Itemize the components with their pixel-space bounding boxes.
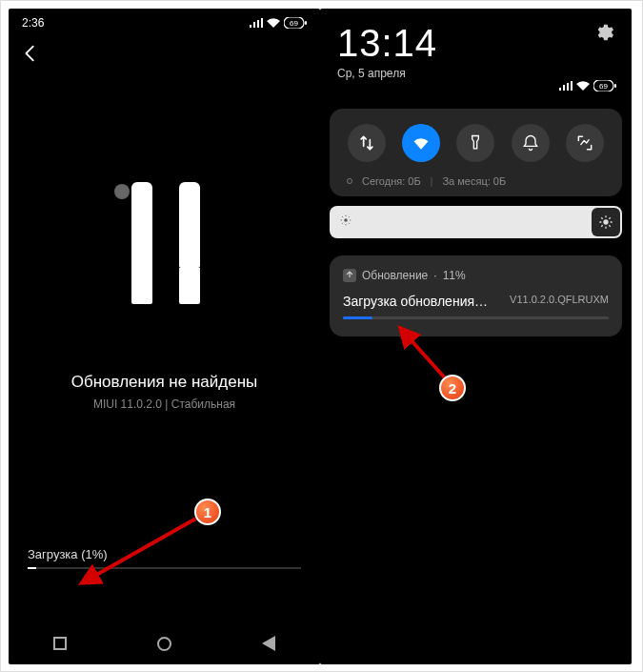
qs-wifi-icon[interactable]	[402, 124, 440, 162]
data-month: За месяц: 0Б	[442, 175, 506, 187]
shade-clock: 13:14	[337, 22, 437, 65]
qs-data-usage: Сегодня: 0Б | За месяц: 0Б	[339, 175, 613, 187]
brightness-slider[interactable]	[330, 206, 622, 238]
data-dot-icon	[347, 178, 352, 184]
settings-icon[interactable]	[593, 22, 614, 47]
svg-rect-1	[305, 21, 307, 25]
notif-version: V11.0.2.0.QFLRUXM	[510, 294, 609, 305]
nav-home-icon[interactable]	[157, 637, 171, 651]
svg-text:69: 69	[599, 82, 608, 91]
qs-screenshot-icon[interactable]	[566, 124, 604, 162]
svg-point-6	[344, 218, 348, 222]
download-bar	[28, 567, 301, 569]
phone-left-updater: 2:36 69 Обновления не найдены MIUI 11.0.…	[9, 9, 320, 664]
notif-progress-bar	[343, 316, 609, 319]
android-navbar	[9, 622, 320, 664]
update-status-title: Обновления не найдены	[9, 373, 320, 392]
battery-icon: 69	[284, 17, 307, 29]
quick-settings-panel: Сегодня: 0Б | За месяц: 0Б	[330, 109, 622, 196]
update-version-subtitle: MIUI 11.0.2.0 | Стабильная	[9, 397, 320, 411]
miui-logo	[9, 182, 320, 306]
shade-date: Ср, 5 апреля	[337, 67, 437, 80]
annotation-badge-1: 1	[194, 499, 221, 525]
brightness-high-icon	[592, 208, 620, 236]
signal-icon	[559, 81, 573, 92]
statusbar: 2:36 69	[9, 9, 320, 37]
svg-text:69: 69	[290, 19, 298, 28]
phone-right-shade: 13:14 Ср, 5 апреля 69 Сегодня: 0Б | За	[320, 9, 632, 664]
update-notification[interactable]: Обновление · 11% Загрузка обновления… V1…	[330, 255, 622, 336]
back-icon[interactable]	[20, 51, 41, 67]
svg-point-7	[603, 219, 608, 224]
download-progress: Загрузка (1%)	[28, 547, 301, 569]
qs-flashlight-icon[interactable]	[456, 124, 494, 162]
status-time: 2:36	[22, 16, 44, 30]
annotation-badge-2: 2	[439, 375, 466, 401]
nav-back-icon[interactable]	[262, 636, 275, 651]
svg-rect-4	[614, 84, 616, 88]
shade-clock-block: 13:14 Ср, 5 апреля	[337, 22, 437, 80]
status-icons: 69	[250, 17, 307, 29]
notif-app-name: Обновление	[362, 269, 428, 282]
brightness-low-icon	[339, 214, 352, 231]
statusbar-right: 69	[320, 80, 632, 101]
nav-recent-icon[interactable]	[53, 637, 67, 650]
wifi-icon	[576, 81, 590, 92]
signal-icon	[250, 18, 263, 28]
qs-dnd-icon[interactable]	[512, 124, 550, 162]
qs-data-icon[interactable]	[348, 124, 386, 162]
notif-percent: 11%	[443, 269, 466, 282]
update-app-icon	[343, 269, 356, 282]
download-label: Загрузка (1%)	[28, 547, 301, 561]
wifi-icon	[267, 18, 280, 28]
data-today: Сегодня: 0Б	[362, 175, 421, 187]
battery-icon: 69	[593, 80, 616, 93]
